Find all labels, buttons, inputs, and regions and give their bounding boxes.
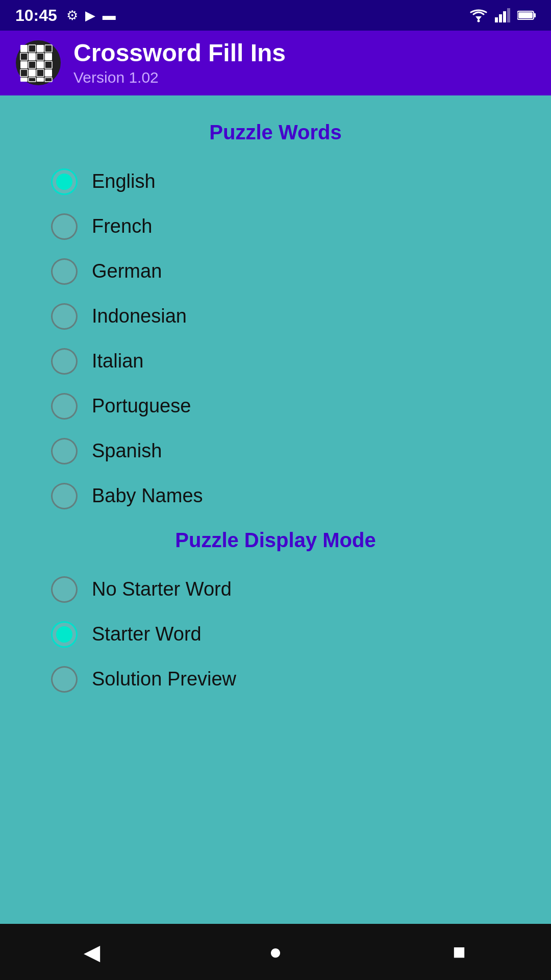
option-starter-word[interactable]: Starter Word	[20, 612, 531, 657]
app-header: Crossword Fill Ins Version 1.02	[0, 31, 551, 95]
puzzle-words-title: Puzzle Words	[20, 121, 531, 144]
radio-german[interactable]	[51, 258, 78, 285]
status-time: 10:45	[15, 6, 57, 25]
svg-rect-8	[518, 12, 533, 18]
label-spanish: Spanish	[92, 440, 162, 462]
back-button[interactable]: ◀	[71, 932, 112, 972]
svg-rect-28	[37, 78, 44, 82]
option-baby-names[interactable]: Baby Names	[20, 474, 531, 519]
svg-rect-27	[29, 78, 36, 82]
main-content: Puzzle Words English French German Indon…	[0, 95, 551, 924]
app-version: Version 1.02	[73, 69, 286, 86]
option-portuguese[interactable]: Portuguese	[20, 384, 531, 429]
option-french[interactable]: French	[20, 204, 531, 249]
svg-rect-14	[20, 53, 28, 60]
radio-spanish[interactable]	[51, 438, 78, 464]
label-indonesian: Indonesian	[92, 305, 187, 327]
svg-rect-22	[20, 69, 28, 77]
option-german[interactable]: German	[20, 249, 531, 294]
option-no-starter-word[interactable]: No Starter Word	[20, 567, 531, 612]
status-right	[469, 8, 536, 22]
svg-rect-7	[534, 13, 536, 17]
settings-icon: ⚙	[66, 8, 78, 23]
svg-rect-24	[37, 69, 44, 77]
option-italian[interactable]: Italian	[20, 339, 531, 384]
option-solution-preview[interactable]: Solution Preview	[20, 657, 531, 702]
label-german: German	[92, 260, 162, 282]
status-left: 10:45 ⚙ ▶ ▬	[15, 6, 116, 25]
radio-english[interactable]	[51, 168, 78, 195]
option-spanish[interactable]: Spanish	[20, 429, 531, 474]
svg-rect-12	[37, 45, 44, 52]
app-title: Crossword Fill Ins	[73, 40, 286, 67]
radio-baby-names[interactable]	[51, 483, 78, 509]
recents-icon: ■	[453, 940, 465, 964]
svg-rect-13	[45, 45, 52, 52]
svg-rect-17	[45, 53, 52, 60]
svg-rect-26	[20, 78, 28, 82]
play-icon: ▶	[85, 8, 95, 23]
svg-point-1	[478, 20, 480, 22]
signal-icon	[495, 8, 510, 22]
battery-icon	[517, 10, 536, 21]
home-button[interactable]: ●	[255, 932, 296, 972]
home-icon: ●	[269, 940, 282, 964]
svg-rect-29	[45, 78, 52, 82]
svg-rect-19	[29, 61, 36, 68]
svg-rect-16	[37, 53, 44, 60]
svg-rect-11	[29, 45, 36, 52]
app-logo	[15, 40, 61, 86]
label-french: French	[92, 215, 152, 237]
radio-french[interactable]	[51, 213, 78, 240]
label-solution-preview: Solution Preview	[92, 668, 236, 690]
svg-rect-23	[29, 69, 36, 77]
sim-icon: ▬	[103, 8, 116, 23]
label-portuguese: Portuguese	[92, 395, 191, 417]
svg-rect-10	[20, 45, 28, 52]
radio-solution-preview[interactable]	[51, 666, 78, 693]
back-icon: ◀	[84, 940, 100, 965]
label-starter-word: Starter Word	[92, 623, 202, 645]
radio-starter-word[interactable]	[51, 621, 78, 648]
svg-rect-4	[503, 11, 506, 22]
option-indonesian[interactable]: Indonesian	[20, 294, 531, 339]
svg-rect-3	[499, 14, 502, 22]
svg-rect-15	[29, 53, 36, 60]
recents-button[interactable]: ■	[439, 932, 480, 972]
puzzle-display-mode-title: Puzzle Display Mode	[20, 529, 531, 552]
app-title-block: Crossword Fill Ins Version 1.02	[73, 40, 286, 86]
svg-rect-2	[495, 17, 498, 22]
status-icons: ⚙ ▶ ▬	[66, 8, 116, 23]
label-english: English	[92, 170, 156, 192]
bottom-nav: ◀ ● ■	[0, 924, 551, 980]
label-no-starter-word: No Starter Word	[92, 578, 232, 600]
radio-italian[interactable]	[51, 348, 78, 375]
status-bar: 10:45 ⚙ ▶ ▬	[0, 0, 551, 31]
svg-rect-20	[37, 61, 44, 68]
radio-no-starter-word[interactable]	[51, 576, 78, 603]
wifi-icon	[469, 8, 488, 22]
svg-rect-5	[507, 8, 510, 22]
label-baby-names: Baby Names	[92, 485, 203, 507]
option-english[interactable]: English	[20, 159, 531, 204]
svg-rect-25	[45, 69, 52, 77]
radio-portuguese[interactable]	[51, 393, 78, 420]
svg-rect-18	[20, 61, 28, 68]
label-italian: Italian	[92, 350, 143, 372]
radio-indonesian[interactable]	[51, 303, 78, 330]
svg-rect-21	[45, 61, 52, 68]
